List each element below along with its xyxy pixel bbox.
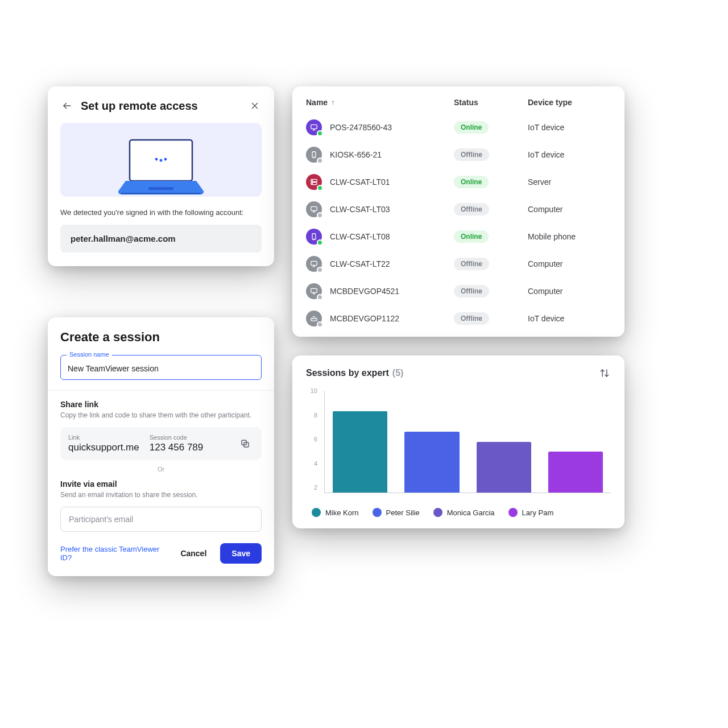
table-row[interactable]: CLW-CSAT-LT03OfflineComputer [306,196,611,223]
legend-label: Lary Pam [522,508,554,517]
device-name: MCBDEVGOP4521 [330,287,454,296]
table-row[interactable]: POS-2478560-43OnlineIoT device [306,114,611,141]
legend-item: Monica Garcia [433,508,495,517]
link-label: Link [68,434,139,441]
device-type: IoT device [528,150,611,159]
device-name: POS-2478560-43 [330,123,454,132]
legend-swatch [508,508,518,517]
legend-label: Peter Silie [386,508,420,517]
svg-point-5 [160,159,163,162]
copy-icon[interactable] [237,435,254,452]
table-row[interactable]: KIOSK-656-21OfflineIoT device [306,141,611,168]
col-name-label: Name [306,98,328,107]
chart-count: (5) [392,368,404,378]
device-type: Mobile phone [528,232,611,241]
svg-point-18 [312,180,313,181]
table-header: Name ↑ Status Device type [306,98,611,107]
table-row[interactable]: MCBDEVGOP4521OfflineComputer [306,278,611,305]
device-icon [306,256,322,272]
status-dot [317,185,323,191]
status-dot [317,321,323,328]
svg-rect-7 [148,187,173,190]
invite-email-heading: Invite via email [60,479,262,489]
table-row[interactable]: CLW-CSAT-LT22OfflineComputer [306,250,611,278]
device-status: Offline [454,148,528,161]
device-status: Offline [454,203,528,216]
save-button[interactable]: Save [220,543,262,564]
back-icon[interactable] [60,99,74,113]
create-session-title: Create a session [60,330,262,345]
legend-swatch [373,508,382,517]
share-link-box: Link quicksupport.me Session code 123 45… [60,427,262,460]
device-name: KIOSK-656-21 [330,150,454,159]
session-name-input[interactable] [68,364,254,373]
device-table-card: Name ↑ Status Device type POS-2478560-43… [292,86,624,337]
chart-plot [324,391,611,493]
device-type: Computer [528,287,611,296]
svg-point-6 [164,158,167,161]
svg-rect-11 [311,125,317,129]
device-status: Offline [454,312,528,325]
device-name: CLW-CSAT-LT03 [330,205,454,214]
legend-swatch [433,508,442,517]
column-device-type[interactable]: Device type [528,98,611,107]
legend-swatch [312,508,321,517]
device-name: CLW-CSAT-LT08 [330,232,454,241]
column-name[interactable]: Name ↑ [306,98,454,107]
device-icon [306,119,322,135]
cancel-button[interactable]: Cancel [172,543,214,564]
svg-rect-25 [311,261,317,265]
share-link-heading: Share link [60,400,262,409]
device-status: Online [454,176,528,188]
chart-bar [477,442,531,493]
participant-email-input[interactable] [60,507,262,532]
legend-label: Monica Garcia [447,508,495,517]
device-name: CLW-CSAT-LT01 [330,177,454,187]
code-label: Session code [150,434,204,441]
device-status: Offline [454,285,528,297]
status-dot [317,239,323,246]
status-dot [317,212,323,218]
session-name-field[interactable]: Session name [60,355,262,380]
status-dot [317,158,323,164]
device-status: Online [454,230,528,243]
device-type: Computer [528,205,611,214]
column-status[interactable]: Status [454,98,528,107]
device-status: Online [454,121,528,134]
table-row[interactable]: CLW-CSAT-LT08OnlineMobile phone [306,223,611,250]
laptop-illustration [60,123,262,197]
table-row[interactable]: MCBDEVGOP1122OfflineIoT device [306,305,611,332]
device-name: MCBDEVGOP1122 [330,314,454,323]
chart-bar [404,432,459,493]
y-tick: 4 [306,460,317,467]
sessions-chart-card: Sessions by expert (5) 108642 Mike KornP… [292,355,624,528]
table-row[interactable]: CLW-CSAT-LT01OnlineServer [306,168,611,196]
device-type: Computer [528,259,611,268]
y-tick: 8 [306,412,317,419]
y-tick: 6 [306,436,317,442]
y-tick: 2 [306,484,317,491]
link-value: quicksupport.me [68,442,139,453]
legend-item: Peter Silie [373,508,420,517]
device-icon [306,174,322,190]
legend-item: Lary Pam [508,508,554,517]
svg-point-19 [312,183,313,184]
create-session-card: Create a session Session name Share link… [48,317,274,576]
device-name: CLW-CSAT-LT22 [330,259,454,268]
session-name-label: Session name [67,351,112,358]
divider [48,390,274,391]
svg-point-4 [155,158,158,161]
chart-area: 108642 [306,387,611,501]
sort-asc-icon: ↑ [331,98,334,106]
classic-id-link[interactable]: Prefer the classic TeamViewer ID? [60,545,167,562]
account-email: peter.hallman@acme.com [60,225,262,253]
share-link-desc: Copy the link and code to share them wit… [60,411,262,419]
sort-icon[interactable] [598,367,611,379]
svg-rect-31 [311,318,317,321]
or-separator: Or [60,466,262,473]
invite-email-desc: Send an email invitation to share the se… [60,491,262,499]
chart-title: Sessions by expert [306,368,389,378]
chart-bar [333,411,387,493]
chart-legend: Mike KornPeter SilieMonica GarciaLary Pa… [306,508,611,517]
close-icon[interactable] [248,99,262,113]
